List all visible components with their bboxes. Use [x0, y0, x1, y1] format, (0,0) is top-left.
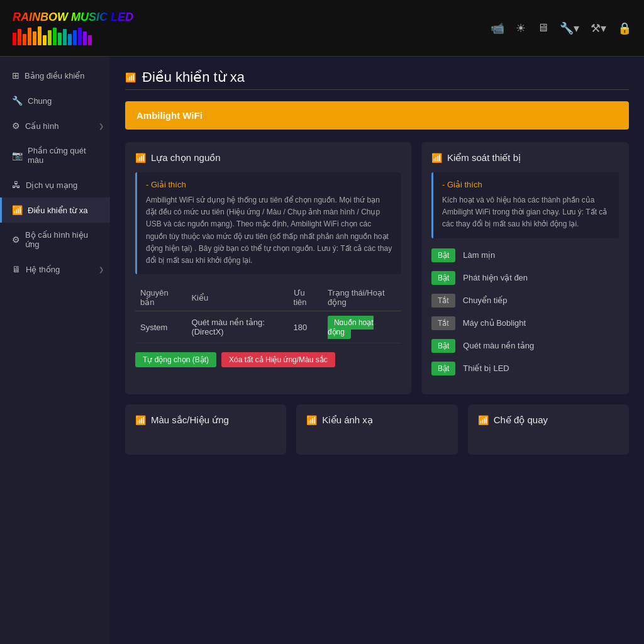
sidebar-item-config-label: Cấu hình	[25, 121, 59, 131]
sidebar-item-effects-label: Bộ cấu hình hiệu ứng	[25, 230, 100, 249]
control-grabber: Bật Quét màu nền tảng	[431, 339, 619, 353]
row-priority: 180	[289, 311, 323, 343]
camera2-icon: 📷	[12, 150, 23, 160]
source-card: 📶 Lựa chọn nguồn - Giải thích Ambilight …	[125, 142, 411, 394]
clear-effects-button[interactable]: Xóa tất cả Hiệu ứng/Màu sắc	[221, 352, 335, 367]
sidebar-item-dashboard[interactable]: ⊞ Bảng điều khiển	[0, 63, 110, 88]
grabber-label: Quét màu nền tảng	[463, 341, 534, 350]
capture-card-title: Chế độ quay	[494, 414, 548, 426]
orange-banner: Ambilight WiFi	[125, 101, 629, 130]
sidebar-item-general-label: Chung	[28, 96, 52, 106]
color-card-title: Màu sắc/Hiệu ứng	[151, 414, 229, 426]
display-icon[interactable]: 🖥	[537, 21, 548, 35]
col-original: Nguyên bản	[135, 284, 186, 311]
boblight-label: Máy chủ Boblight	[463, 318, 526, 328]
control-forwarder: Tắt Chuyển tiếp	[431, 294, 619, 308]
source-card-title: Lựa chọn nguồn	[151, 152, 221, 164]
source-info-box: - Giải thích Ambilight WiFi sử dụng hệ t…	[135, 172, 401, 274]
control-smooth: Bật Làm mịn	[431, 248, 619, 262]
wifi-sidebar-icon: 📶	[12, 205, 23, 215]
blackbar-toggle[interactable]: Bật	[431, 271, 455, 285]
app-header: RAINBOW MUSIC LED 📹 ☀ 🖥 🔧▾ ⚒▾ 🔒	[0, 0, 644, 57]
network-icon: 🖧	[12, 180, 21, 190]
sidebar-item-network-label: Dịch vụ mạng	[26, 180, 77, 190]
imagemap-card-title: Kiểu ánh xạ	[322, 414, 373, 426]
control-info-box: - Giải thích Kích hoạt và vô hiệu hóa cá…	[431, 172, 619, 238]
source-card-title-row: 📶 Lựa chọn nguồn	[135, 152, 401, 164]
sidebar: ⊞ Bảng điều khiển 🔧 Chung ⚙ Cấu hình ❯ 📷…	[0, 57, 110, 644]
control-info-text: Kích hoạt và vô hiệu hóa các thành phần …	[442, 194, 610, 231]
main-layout: ⊞ Bảng điều khiển 🔧 Chung ⚙ Cấu hình ❯ 📷…	[0, 57, 644, 644]
control-blackbar: Bật Phát hiện vật đen	[431, 271, 619, 285]
effects-icon: ⚙	[12, 235, 20, 245]
action-buttons: Tự động chọn (Bật) Xóa tất cả Hiệu ứng/M…	[135, 352, 401, 367]
control-boblight: Tắt Máy chủ Boblight	[431, 316, 619, 330]
boblight-toggle[interactable]: Tắt	[431, 316, 455, 330]
color-effect-card: 📶 Màu sắc/Hiệu ứng	[125, 404, 286, 455]
chevron-right-2-icon: ❯	[99, 266, 104, 273]
col-priority: Ưu tiên	[289, 284, 323, 311]
led-toggle[interactable]: Bật	[431, 362, 455, 375]
title-divider	[125, 89, 629, 90]
sidebar-item-config[interactable]: ⚙ Cấu hình ❯	[0, 113, 110, 138]
grabber-toggle[interactable]: Bật	[431, 339, 455, 353]
status-badge: Nguồn hoạt động	[328, 316, 374, 339]
page-title-row: 📶 Điều khiển từ xa	[125, 69, 629, 86]
logo-bars	[13, 26, 92, 45]
sidebar-item-dashboard-label: Bảng điều khiển	[25, 71, 85, 80]
wrench-icon: 🔧	[12, 96, 23, 106]
row-status: Nguồn hoạt động	[323, 311, 401, 343]
col-type: Kiểu	[186, 284, 288, 311]
sidebar-item-network[interactable]: 🖧 Dịch vụ mạng	[0, 172, 110, 197]
color-wifi-icon: 📶	[135, 415, 146, 425]
camera-icon[interactable]: 📹	[491, 21, 504, 35]
capture-card-title-row: 📶 Chế độ quay	[478, 414, 619, 426]
source-wifi-icon: 📶	[135, 153, 146, 163]
led-label: Thiết bị LED	[463, 364, 509, 373]
forwarder-toggle[interactable]: Tắt	[431, 294, 455, 308]
source-info-title: - Giải thích	[146, 180, 392, 189]
sidebar-item-hardware[interactable]: 📷 Phần cứng quét màu	[0, 138, 110, 172]
page-title: Điều khiển từ xa	[142, 69, 245, 86]
control-card-title-row: 📶 Kiểm soát thiết bị	[431, 152, 619, 164]
control-led: Bật Thiết bị LED	[431, 362, 619, 375]
system-icon: 🖥	[12, 264, 21, 274]
smooth-label: Làm mịn	[463, 250, 495, 260]
sidebar-item-effects[interactable]: ⚙ Bộ cấu hình hiệu ứng	[0, 223, 110, 257]
color-card-title-row: 📶 Màu sắc/Hiệu ứng	[135, 414, 276, 426]
sidebar-item-remote[interactable]: 📶 Điều khiển từ xa	[0, 197, 110, 223]
logo-title: RAINBOW MUSIC LED	[13, 11, 133, 24]
control-info-title: - Giải thích	[442, 180, 610, 189]
bottom-cards-row: 📶 Màu sắc/Hiệu ứng 📶 Kiểu ánh xạ 📶 Chế đ…	[125, 404, 629, 455]
auto-select-button[interactable]: Tự động chọn (Bật)	[135, 352, 216, 367]
imagemap-wifi-icon: 📶	[306, 415, 317, 425]
chevron-right-icon: ❯	[99, 123, 104, 130]
capture-wifi-icon: 📶	[478, 415, 489, 425]
control-card-title: Kiểm soát thiết bị	[447, 152, 521, 164]
imagemap-card-title-row: 📶 Kiểu ánh xạ	[306, 414, 447, 426]
sidebar-item-remote-label: Điều khiển từ xa	[28, 206, 88, 215]
image-map-card: 📶 Kiểu ánh xạ	[296, 404, 457, 455]
tools1-icon[interactable]: 🔧▾	[560, 21, 579, 35]
dashboard-icon: ⊞	[12, 70, 19, 80]
lock-icon[interactable]: 🔒	[618, 21, 631, 35]
sidebar-item-hardware-label: Phần cứng quét màu	[28, 146, 100, 165]
col-status: Trạng thái/Hoạt động	[323, 284, 401, 311]
smooth-toggle[interactable]: Bật	[431, 248, 455, 262]
tools2-icon[interactable]: ⚒▾	[591, 21, 606, 35]
capture-mode-card: 📶 Chế độ quay	[468, 404, 629, 455]
page-wifi-icon: 📶	[125, 72, 136, 82]
header-icons: 📹 ☀ 🖥 🔧▾ ⚒▾ 🔒	[491, 21, 631, 35]
sidebar-item-system[interactable]: 🖥 Hệ thống ❯	[0, 257, 110, 282]
row-original: System	[135, 311, 186, 343]
brightness-icon[interactable]: ☀	[516, 21, 526, 35]
logo-area: RAINBOW MUSIC LED	[13, 11, 133, 45]
sidebar-item-general[interactable]: 🔧 Chung	[0, 88, 110, 113]
gear-icon: ⚙	[12, 121, 20, 131]
main-cards-row: 📶 Lựa chọn nguồn - Giải thích Ambilight …	[125, 142, 629, 394]
sidebar-item-system-label: Hệ thống	[26, 265, 60, 274]
forwarder-label: Chuyển tiếp	[463, 296, 508, 305]
control-card: 📶 Kiểm soát thiết bị - Giải thích Kích h…	[421, 142, 629, 394]
blackbar-label: Phát hiện vật đen	[463, 273, 528, 282]
table-row: System Quét màu nền tảng: (DirectX) 180 …	[135, 311, 401, 343]
